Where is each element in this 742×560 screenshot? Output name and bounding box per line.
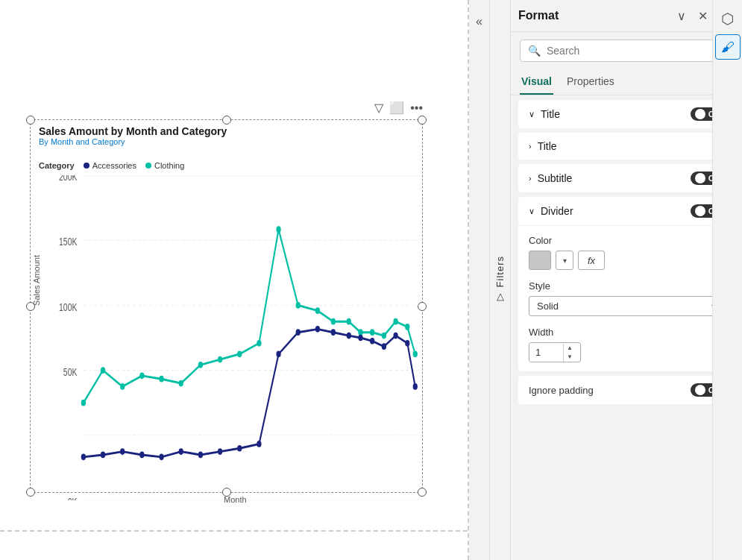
style-label: Style: [529, 280, 724, 292]
subtitle-chevron: ›: [529, 174, 532, 183]
svg-point-18: [139, 373, 144, 380]
style-dropdown[interactable]: Solid ▾: [529, 296, 724, 316]
chevron-down-button[interactable]: ∨: [674, 7, 689, 25]
line-chart-svg-container: 200K 150K 100K 50K 0K Jul 2018 Jan 2019 …: [52, 175, 419, 500]
format-icon-button[interactable]: 🖌: [715, 34, 741, 60]
title-expand-section[interactable]: › Title: [518, 133, 735, 160]
svg-point-42: [198, 452, 203, 459]
svg-point-36: [81, 454, 86, 461]
svg-point-51: [358, 335, 362, 342]
focus-icon[interactable]: ⬜: [389, 101, 404, 115]
tab-visual[interactable]: Visual: [520, 69, 553, 95]
subtitle-section[interactable]: › Subtitle On: [518, 164, 735, 192]
chart-legend: Category Accessories Clothing: [39, 161, 184, 170]
svg-point-49: [331, 329, 336, 336]
title-expand-header: › Title: [529, 140, 724, 152]
chart-subtitle: By Month and Category: [39, 137, 227, 146]
close-button[interactable]: ✕: [695, 7, 711, 25]
divider-header[interactable]: ∨ Divider On: [518, 197, 735, 226]
legend-dot-clothing: [145, 163, 151, 169]
width-spinner-up[interactable]: ▲: [564, 344, 576, 353]
svg-point-43: [218, 448, 222, 455]
color-label: Color: [529, 235, 724, 246]
svg-point-52: [370, 338, 374, 345]
color-swatch[interactable]: [529, 251, 551, 270]
search-icon: 🔍: [528, 45, 541, 57]
svg-point-48: [315, 326, 320, 333]
collapse-icon: «: [476, 15, 482, 28]
subtitle-header: › Subtitle On: [529, 172, 724, 185]
color-dropdown-button[interactable]: ▾: [556, 251, 573, 270]
svg-point-44: [237, 445, 242, 452]
svg-point-33: [393, 318, 397, 325]
legend-label-clothing: Clothing: [154, 161, 184, 170]
divider-body: Color ▾ fx Style Solid: [518, 226, 735, 371]
x-axis-label: Month: [224, 495, 247, 504]
category-label: Category: [39, 161, 75, 170]
resize-handle-tl[interactable]: [26, 116, 35, 125]
subtitle-toggle-dot: [695, 173, 705, 183]
panel-title: Format: [518, 9, 559, 22]
more-options-icon[interactable]: •••: [410, 101, 423, 115]
search-input[interactable]: [547, 45, 725, 57]
svg-point-50: [347, 333, 351, 339]
width-spinners: ▲ ▼: [563, 344, 576, 362]
color-field: Color ▾ fx: [529, 235, 724, 270]
svg-point-56: [413, 383, 418, 390]
svg-point-23: [237, 350, 242, 357]
panel-header: Format ∨ ✕ ⬡: [511, 0, 742, 32]
divider-title: ∨ Divider: [529, 205, 573, 217]
ignore-padding-row: Ignore padding On: [518, 376, 735, 404]
chart-toolbar: ▽ ⬜ •••: [374, 101, 423, 115]
svg-point-34: [405, 324, 409, 330]
filters-tab[interactable]: ▽ Filters: [490, 0, 511, 560]
svg-point-54: [393, 333, 397, 339]
svg-point-26: [296, 302, 301, 309]
svg-point-47: [296, 329, 301, 336]
search-box: 🔍: [520, 40, 733, 62]
svg-point-40: [159, 454, 163, 461]
legend-item-clothing: Clothing: [145, 161, 184, 170]
line-chart: 200K 150K 100K 50K 0K Jul 2018 Jan 2019 …: [52, 175, 419, 500]
title-toggle-section[interactable]: ∨ Title On: [518, 100, 735, 128]
svg-text:50K: 50K: [63, 366, 78, 378]
panel-content: ∨ Title On › Title: [511, 95, 742, 560]
width-label: Width: [529, 327, 724, 338]
svg-point-15: [81, 400, 86, 406]
color-row: ▾ fx: [529, 251, 724, 270]
y-axis-label: Sales Amount: [32, 255, 41, 306]
svg-point-31: [370, 329, 374, 336]
svg-point-53: [382, 343, 386, 350]
right-icon-panel: ⬡ 🖌: [712, 0, 742, 560]
collapse-panel-button[interactable]: «: [469, 0, 490, 560]
resize-handle-bl[interactable]: [26, 488, 35, 497]
svg-point-16: [101, 367, 105, 374]
chart-main-title: Sales Amount by Month and Category: [39, 125, 227, 137]
fx-button[interactable]: fx: [578, 251, 605, 270]
toggle-dot: [695, 109, 705, 119]
svg-point-20: [179, 380, 183, 387]
title-expand-label: › Title: [529, 140, 557, 152]
title-expand-chevron: ›: [529, 142, 532, 151]
filter-funnel-icon: ▽: [494, 292, 506, 304]
width-field: Width ▲ ▼: [529, 327, 724, 362]
svg-point-21: [198, 362, 203, 368]
svg-point-45: [257, 441, 261, 447]
legend-item-accessories: Accessories: [84, 161, 136, 170]
legend-label-accessories: Accessories: [92, 161, 136, 170]
filter-icon[interactable]: ▽: [374, 101, 383, 115]
svg-point-35: [413, 350, 418, 357]
width-spinner-down[interactable]: ▼: [564, 353, 576, 362]
svg-text:200K: 200K: [59, 175, 78, 183]
visualizations-icon-button[interactable]: ⬡: [715, 6, 741, 31]
resize-handle-tr[interactable]: [418, 116, 427, 125]
width-input-group: ▲ ▼: [529, 342, 581, 362]
style-field: Style Solid ▾: [529, 280, 724, 316]
resize-handle-tc[interactable]: [222, 116, 231, 125]
tab-properties[interactable]: Properties: [565, 69, 616, 95]
svg-point-22: [218, 356, 222, 363]
title-toggle-label: ∨ Title: [529, 108, 560, 120]
svg-point-32: [382, 333, 386, 339]
chart-area: ▽ ⬜ ••• Sales Amount by Month and Catego…: [0, 0, 469, 560]
width-input[interactable]: [529, 343, 563, 362]
